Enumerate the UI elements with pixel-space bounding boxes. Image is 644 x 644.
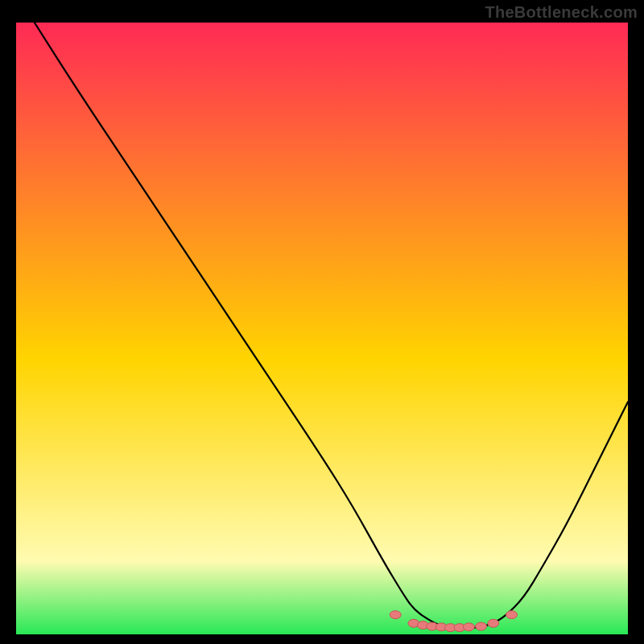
bottleneck-chart: [16, 23, 628, 634]
optimal-dot: [390, 611, 401, 619]
optimal-dot: [463, 623, 474, 631]
optimal-dot: [488, 619, 499, 627]
watermark-text: TheBottleneck.com: [485, 3, 638, 22]
chart-frame: TheBottleneck.com: [0, 0, 644, 644]
optimal-dot: [476, 622, 487, 630]
optimal-dot: [506, 611, 518, 619]
plot-background: [16, 23, 628, 634]
